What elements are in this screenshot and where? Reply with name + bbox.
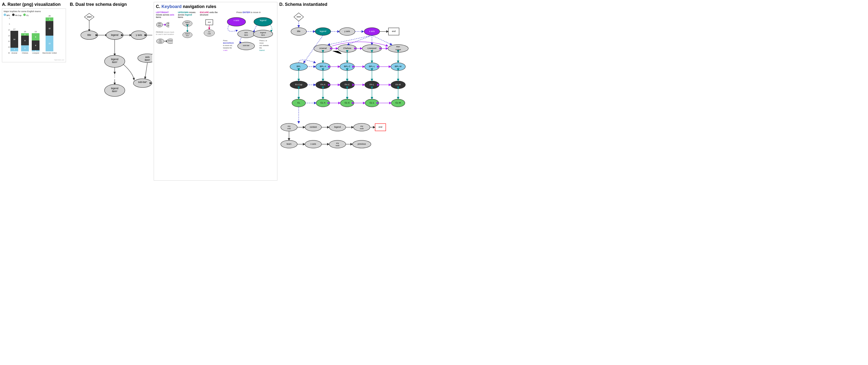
- svg-text:title: title: [87, 34, 91, 36]
- y-axis-labels: 30 25 20 15 10 5 0: [4, 18, 10, 54]
- svg-text:item: item: [261, 34, 265, 36]
- svg-text:node: node: [336, 145, 339, 146]
- svg-text:end: end: [378, 126, 382, 128]
- svg-text:item: item: [244, 34, 248, 36]
- section-a: A. Raster (png) visualization Major trop…: [0, 0, 68, 182]
- svg-text:any: any: [336, 142, 339, 144]
- svg-text:Chelsea: Chelsea: [343, 47, 351, 49]
- chart-credit: Highcharts.com: [4, 59, 64, 61]
- svg-text:start: start: [297, 15, 301, 18]
- svg-text:towards the: towards the: [223, 47, 232, 49]
- svg-text:item¹: item¹: [112, 61, 118, 64]
- svg-text:x axis: x axis: [369, 30, 375, 32]
- svg-text:end: end: [208, 21, 211, 23]
- svg-text:start: start: [87, 15, 92, 18]
- svg-text:Liverpool: Liverpool: [368, 47, 376, 49]
- section-a-title: A. Raster (png) visualization: [2, 2, 66, 7]
- section-d: D. Schema instantiated: [277, 0, 434, 182]
- svg-text:CL: CL: [297, 102, 300, 104]
- svg-text:item: item: [158, 25, 161, 26]
- rule-escape: ESCAPE exits the structure end any: [200, 11, 218, 52]
- svg-text:x axis: x axis: [310, 143, 316, 145]
- svg-text:node: node: [159, 41, 162, 43]
- svg-text:CL-L: CL-L: [370, 102, 374, 104]
- svg-text:to move out,: to move out,: [223, 44, 232, 46]
- svg-text:United: United: [395, 48, 401, 51]
- svg-text:legend: legend: [319, 30, 326, 32]
- svg-text:the: the: [259, 47, 262, 49]
- svg-text:team: team: [287, 143, 291, 145]
- svg-text:any: any: [159, 39, 161, 41]
- svg-point-190: [353, 123, 370, 131]
- bar-chelsea: 15 5 8 2 Chelsea: [21, 31, 29, 54]
- chart-area: 30 25 20 15 10 5 0 17 3 14 0: [4, 18, 64, 59]
- period-diagram: any node previous: [156, 36, 175, 46]
- lr-diagram: axis item axis item: [156, 20, 175, 30]
- svg-text:axis: axis: [158, 23, 161, 24]
- svg-line-122: [328, 35, 372, 45]
- chart-box: Major trophies for some English teams BP…: [2, 8, 66, 62]
- svg-text:BPL: BPL: [297, 65, 301, 68]
- svg-text:child: child: [287, 128, 291, 129]
- svg-text:legend: legend: [185, 22, 189, 23]
- svg-text:node: node: [208, 33, 211, 34]
- stack-chelsea: 5 8 2: [21, 33, 29, 52]
- bars-container: 17 3 14 0 Arsenal 15 5 8: [10, 18, 64, 54]
- svg-point-203: [329, 140, 346, 148]
- svg-text:BACKSPACE: BACKSPACE: [223, 42, 234, 44]
- svg-text:item: item: [186, 35, 189, 36]
- svg-text:y axis: y axis: [136, 34, 142, 36]
- bar-liverpool: 15 1 8 6 Liverpool: [32, 31, 39, 54]
- svg-text:item¹: item¹: [145, 59, 150, 61]
- svg-line-125: [372, 35, 392, 45]
- svg-point-73: [254, 18, 272, 26]
- rule-updown: UP/DOWN moves across legend items: [178, 11, 197, 52]
- section-c: C. Keyboard navigation rules LEFT/RIGHT …: [154, 2, 277, 180]
- svg-text:legend: legend: [260, 19, 267, 22]
- svg-text:BPL-M: BPL-M: [395, 65, 402, 68]
- svg-text:item: item: [186, 24, 189, 25]
- svg-text:move: move: [259, 42, 264, 44]
- svg-text:sub-bar¹: sub-bar¹: [138, 81, 147, 84]
- escape-diagram: end any node: [200, 19, 218, 38]
- svg-text:CL-C: CL-C: [344, 102, 350, 104]
- svg-text:any: any: [360, 125, 363, 127]
- svg-text:end: end: [392, 30, 396, 32]
- svg-text:FA-M: FA-M: [396, 84, 401, 86]
- svg-text:x axis: x axis: [223, 49, 227, 51]
- svg-text:y axis: y axis: [344, 30, 350, 32]
- svg-text:legend: legend: [111, 87, 118, 90]
- svg-text:sub-bar: sub-bar: [243, 44, 249, 46]
- stack-arsenal: 3 14 0: [10, 31, 18, 52]
- svg-text:Arsenal: Arsenal: [319, 47, 327, 49]
- svg-text:⋮: ⋮: [113, 74, 116, 78]
- bar-arsenal: 17 3 14 0 Arsenal: [10, 28, 18, 54]
- svg-text:node: node: [360, 128, 364, 129]
- svg-text:previous: previous: [168, 40, 173, 41]
- legend-cl: CL: [23, 13, 29, 16]
- section-c-title: C. Keyboard navigation rules: [156, 4, 275, 9]
- section-b: B. Dual tree schema design start title: [68, 0, 153, 182]
- svg-text:item: item: [167, 25, 169, 26]
- svg-text:legend: legend: [111, 58, 118, 61]
- svg-text:CL-M: CL-M: [396, 102, 401, 104]
- svg-text:FA Cup: FA Cup: [295, 84, 302, 86]
- chart-subtitle: Major trophies for some English teams: [4, 10, 64, 12]
- svg-text:FA-L: FA-L: [370, 84, 374, 86]
- svg-text:itemⁿ: itemⁿ: [112, 90, 118, 93]
- svg-text:BPL-C: BPL-C: [344, 65, 350, 68]
- svg-text:any: any: [208, 31, 211, 32]
- svg-text:BPL-L: BPL-L: [369, 65, 375, 68]
- schema-instantiated: start title legend y axis x axis: [279, 8, 434, 173]
- svg-text:Press: Press: [223, 40, 227, 41]
- legend-bpl: BPL: [4, 13, 10, 16]
- rules-row-1: LEFT/RIGHT moves across axis items axis …: [156, 11, 275, 52]
- svg-text:Press L to: Press L to: [259, 40, 267, 41]
- bar-manutd: 28 13 12 3 Manchester United: [42, 15, 57, 54]
- svg-text:CL-A: CL-A: [320, 102, 326, 104]
- svg-text:any: any: [287, 125, 290, 127]
- stack-manutd: 13 12 3: [45, 18, 53, 52]
- svg-text:FA-A: FA-A: [320, 84, 326, 86]
- section-d-title: D. Schema instantiated: [279, 2, 434, 7]
- svg-text:x axis: x axis: [234, 19, 240, 22]
